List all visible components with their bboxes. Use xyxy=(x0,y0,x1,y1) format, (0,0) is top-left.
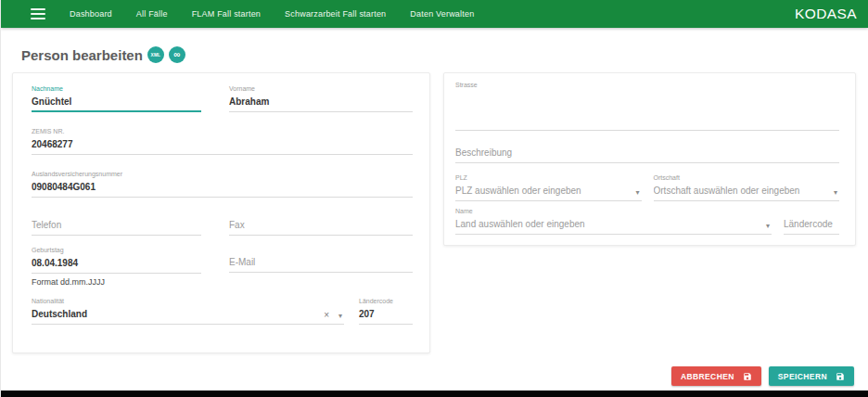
ortschaft-field: Ortschaft ▾ xyxy=(654,174,840,201)
nav-item-flam-fall-starten[interactable]: FLAM Fall starten xyxy=(192,9,261,19)
nachname-label: Nachname xyxy=(32,85,201,92)
beschreibung-field xyxy=(455,145,839,163)
land-select[interactable] xyxy=(455,216,772,235)
ortschaft-label: Ortschaft xyxy=(654,174,840,181)
fax-field xyxy=(229,217,413,236)
zemis-label: ZEMIS NR. xyxy=(32,128,413,134)
strasse-label: Strasse xyxy=(455,82,839,88)
person-form-card: Nachname Vorname ZEMIS NR. Auslandsversi… xyxy=(12,72,430,353)
speichern-button-label: SPEICHERN xyxy=(778,372,827,381)
speichern-button[interactable]: SPEICHERN xyxy=(769,366,854,386)
auslandsversicherungsnummer-input[interactable] xyxy=(32,179,413,198)
geburtstag-field: Geburtstag Format dd.mm.JJJJ xyxy=(32,247,201,287)
email-field xyxy=(229,254,413,287)
save-icon xyxy=(743,372,752,381)
telefon-field xyxy=(32,217,201,236)
nav-item-daten-verwalten[interactable]: Daten Verwalten xyxy=(410,9,474,19)
page-title: Person bearbeiten xyxy=(21,47,143,63)
nav-item-schwarzarbeit-fall-starten[interactable]: Schwarzarbeit Fall starten xyxy=(285,9,386,19)
page-header: Person bearbeiten XML ∞ xyxy=(21,46,868,63)
nav-items: Dashboard All Fälle FLAM Fall starten Sc… xyxy=(70,9,474,19)
chevron-down-icon[interactable]: ▾ xyxy=(834,189,837,197)
nachname-input[interactable] xyxy=(32,94,201,112)
plz-label: PLZ xyxy=(455,174,642,181)
geburtstag-input[interactable] xyxy=(32,255,201,274)
abbrechen-button[interactable]: ABBRECHEN xyxy=(671,366,761,386)
vorname-label: Vorname xyxy=(229,85,413,92)
xml-badge[interactable]: XML xyxy=(147,46,164,63)
hamburger-menu-icon[interactable] xyxy=(31,8,45,19)
laendercode-field: Ländercode xyxy=(359,298,413,325)
zemis-input[interactable] xyxy=(32,136,413,155)
auslandsversicherungsnummer-field: Auslandsversicherungsnummer xyxy=(32,171,413,198)
land-name-label: Name xyxy=(455,208,772,214)
chevron-down-icon[interactable]: ▾ xyxy=(635,189,639,197)
adresse-laendercode-input[interactable] xyxy=(784,216,839,235)
email-input[interactable] xyxy=(229,254,413,273)
geburtstag-label: Geburtstag xyxy=(32,247,201,253)
nav-item-dashboard[interactable]: Dashboard xyxy=(70,9,112,19)
geburtstag-format-hint: Format dd.mm.JJJJ xyxy=(32,277,201,287)
plz-field: PLZ ▾ xyxy=(455,174,642,201)
save-icon xyxy=(836,372,845,381)
laendercode-input[interactable] xyxy=(359,306,413,325)
fax-input[interactable] xyxy=(229,217,413,236)
strasse-input[interactable] xyxy=(455,112,839,131)
nationalitaet-field: Nationalität × ▾ xyxy=(32,298,344,325)
land-field: Name ▾ xyxy=(455,208,772,235)
telefon-input[interactable] xyxy=(32,217,201,236)
abbrechen-button-label: ABBRECHEN xyxy=(681,372,734,381)
beschreibung-input[interactable] xyxy=(455,145,839,163)
form-actions: ABBRECHEN SPEICHERN xyxy=(671,366,854,386)
vorname-field: Vorname xyxy=(229,85,413,112)
link-badge-icon[interactable]: ∞ xyxy=(169,46,185,63)
address-form-card: Strasse PLZ ▾ Ortschaft ▾ Name ▾ xyxy=(443,72,856,246)
vorname-input[interactable] xyxy=(229,94,413,112)
clear-icon[interactable]: × xyxy=(324,311,329,320)
chevron-down-icon[interactable]: ▾ xyxy=(766,223,770,230)
nationalitaet-select[interactable] xyxy=(32,306,344,325)
adresse-laendercode-field xyxy=(784,216,839,235)
chevron-down-icon[interactable]: ▾ xyxy=(338,313,342,320)
plz-select[interactable] xyxy=(455,183,642,201)
laendercode-label: Ländercode xyxy=(359,298,413,304)
bottom-edge-bar xyxy=(1,391,868,397)
auslandsversicherungsnummer-label: Auslandsversicherungsnummer xyxy=(32,171,413,177)
ortschaft-select[interactable] xyxy=(654,183,840,201)
brand-logo: KODASA xyxy=(795,6,857,22)
strasse-field: Strasse xyxy=(455,82,839,131)
navbar: Dashboard All Fälle FLAM Fall starten Sc… xyxy=(1,0,868,28)
nav-item-all-faelle[interactable]: All Fälle xyxy=(136,9,168,19)
nachname-field: Nachname xyxy=(32,85,201,112)
zemis-field: ZEMIS NR. xyxy=(32,128,413,155)
nationalitaet-label: Nationalität xyxy=(32,298,344,304)
